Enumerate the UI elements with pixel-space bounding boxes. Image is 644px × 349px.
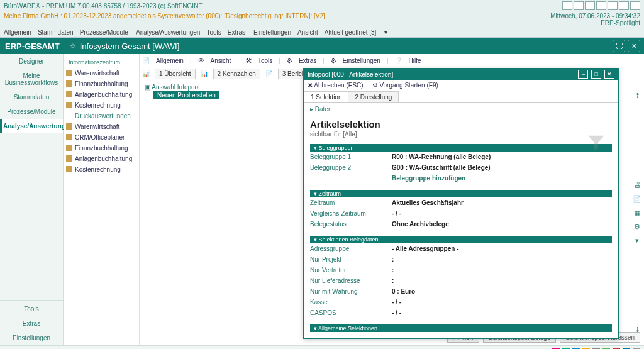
section-zeitraum[interactable]: Zeitraum	[310, 190, 612, 197]
star-icon[interactable]: ☆	[70, 42, 76, 50]
inner-toolbar[interactable]: 📄 Allgemein| 👁 Ansicht| 🛠 Tools| ⚙ Extra…	[140, 54, 644, 67]
modal-toolbar[interactable]: ✖ Abbrechen (ESC) ⚙ Vorgang Starten (F9)	[304, 80, 618, 91]
modal-max-icon[interactable]: □	[591, 70, 601, 79]
modal-tab-selektion[interactable]: 1 Selektion	[304, 91, 348, 102]
modal-tabs[interactable]: 1 Selektion 2 Darstellung	[304, 91, 618, 103]
modal-subheading: sichtbar für [Alle]	[310, 131, 612, 138]
modal-min-icon[interactable]: –	[578, 70, 588, 79]
app-titlebar: BüroWARE® - PREMIUM 7.00.403.85758 / 199…	[0, 0, 644, 11]
mod-item[interactable]: Kostenrechnung	[64, 100, 139, 111]
login-info-bar: Meine Firma GmbH : 01.2023-12.2023 angem…	[0, 11, 644, 28]
section-allgemeine[interactable]: Allgemeine Selektionen	[310, 324, 612, 332]
tab-kennzahlen[interactable]: 2 Kennzahlen	[213, 69, 260, 79]
section-beleggruppen[interactable]: Beleggruppen	[310, 144, 612, 152]
nav-stammdaten[interactable]: Stammdaten	[0, 90, 63, 104]
mod-item[interactable]: Anlagenbuchhaltung	[64, 89, 139, 100]
gear-icon: ⚙	[633, 223, 641, 231]
nav-workflows[interactable]: Meine Businessworkflows	[0, 69, 63, 90]
left-navigator[interactable]: Designer Meine Businessworkflows Stammda…	[0, 54, 64, 345]
modal-heading: Artikelselektion	[310, 119, 612, 130]
erp-spotlight-link[interactable]: ERP-Spotlight	[601, 19, 640, 26]
expand-icon[interactable]: ⛶	[613, 40, 625, 52]
nav-prozesse[interactable]: Prozesse/Module	[0, 104, 63, 119]
nav-analyse[interactable]: Analyse/Auswertungen	[0, 119, 63, 133]
modal-titlebar[interactable]: Infopool [000 - Artikelselektion] – □ ✕	[304, 69, 618, 80]
ribbon-header: ERP-GESAMT ☆ Infosystem Gesamt [WAWI] ⛶ …	[0, 38, 644, 54]
login-info: Meine Firma GmbH : 01.2023-12.2023 angem…	[4, 13, 325, 26]
nav-designer[interactable]: Designer	[0, 54, 63, 69]
arrow-up-icon: ⇡	[633, 92, 641, 101]
module-list[interactable]: Informationszentrum Warenwirtschaft Fina…	[64, 54, 140, 345]
group-label: Informationszentrum	[64, 57, 139, 68]
mod-item[interactable]: Kostenrechnung	[64, 164, 139, 175]
modal-cancel-button[interactable]: Abbrechen (ESC)	[314, 82, 363, 89]
ribbon-left: ERP-GESAMT	[5, 42, 60, 51]
printer-icon: 🖨	[633, 181, 641, 190]
modal-tab-darstellung[interactable]: 2 Darstellung	[348, 91, 399, 102]
mod-item[interactable]: Finanzbuchhaltung	[64, 79, 139, 89]
mod-item[interactable]: Druckauswertungen	[64, 111, 139, 121]
close-icon[interactable]: ✕	[628, 40, 640, 52]
add-beleggruppe-link[interactable]: Beleggruppe hinzufügen	[392, 175, 465, 182]
mod-item[interactable]: Warenwirtschaft	[64, 121, 139, 132]
ribbon-right: Infosystem Gesamt [WAWI]	[80, 42, 180, 51]
new-pool-button[interactable]: Neuen Pool erstellen	[153, 91, 219, 99]
mod-item[interactable]: Anlagenbuchhaltung	[64, 153, 139, 164]
nav-einstellungen[interactable]: Einstellungen	[0, 331, 63, 345]
main-menubar[interactable]: AllgemeinStammdatenProzesse/Module Analy…	[0, 28, 644, 38]
grid-icon: ▦	[633, 209, 641, 218]
mod-item[interactable]: Finanzbuchhaltung	[64, 143, 139, 153]
datetime: Mittwoch, 07.06.2023 - 09:34:32	[550, 13, 640, 19]
doc-icon: 📄	[633, 195, 641, 204]
nav-tools[interactable]: Tools	[0, 302, 63, 316]
tree-root[interactable]: Auswahl Infopool	[152, 84, 199, 91]
modal-start-button[interactable]: Vorgang Starten (F9)	[379, 82, 438, 89]
section-selektionen[interactable]: Selektionen Belegdaten	[310, 236, 612, 243]
status-bar: ■■■ ■■■ ■■■	[0, 345, 644, 349]
mod-item[interactable]: CRM/Officeplaner	[64, 132, 139, 143]
infopool-modal: Infopool [000 - Artikelselektion] – □ ✕ …	[303, 68, 619, 339]
funnel-icon: ▾	[633, 236, 641, 245]
modal-title: Infopool [000 - Artikelselektion]	[308, 71, 393, 78]
funnel-icon	[586, 132, 607, 153]
tab-uebersicht[interactable]: 1 Übersicht	[155, 69, 196, 79]
modal-breadcrumb[interactable]: Daten	[315, 106, 332, 113]
beleggruppe2-value[interactable]: G00 : WA-Gutschrift (alle Belege)	[392, 164, 491, 171]
app-title: BüroWARE® - PREMIUM 7.00.403.85758 / 199…	[4, 3, 203, 9]
modal-close-icon[interactable]: ✕	[604, 70, 614, 79]
window-control-icons[interactable]	[562, 1, 640, 10]
nav-extras[interactable]: Extras	[0, 316, 63, 331]
mod-item[interactable]: Warenwirtschaft	[64, 68, 139, 79]
main-area: 📄 Allgemein| 👁 Ansicht| 🛠 Tools| ⚙ Extra…	[140, 54, 644, 345]
beleggruppe1-value[interactable]: R00 : WA-Rechnung (alle Belege)	[392, 153, 491, 160]
right-tool-strip[interactable]: ⇡ 🖨 📄 ▦ ⚙ ▾ ⇣	[633, 92, 641, 335]
